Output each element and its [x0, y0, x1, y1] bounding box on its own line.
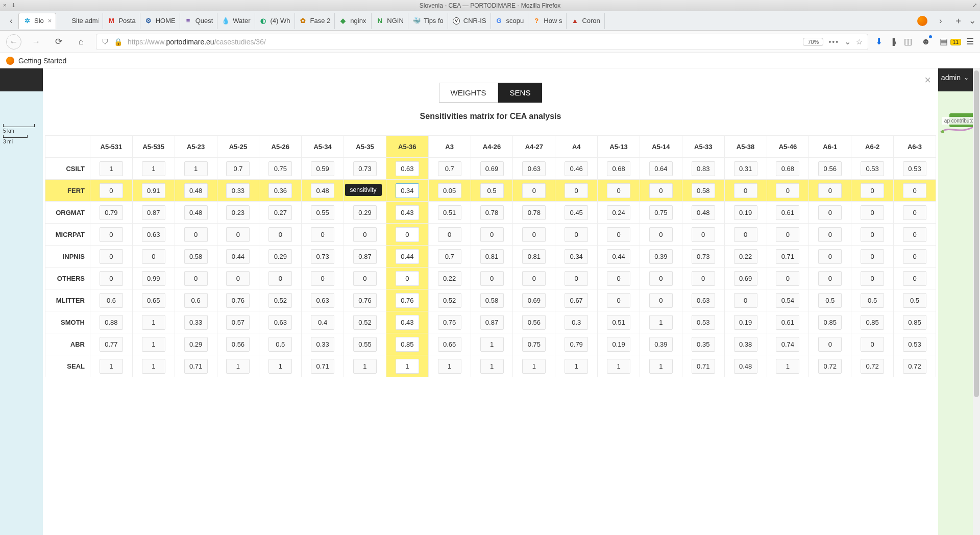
matrix-cell[interactable]: 0.46: [555, 158, 598, 180]
matrix-cell[interactable]: 0.44: [386, 246, 428, 268]
back-button[interactable]: ←: [6, 34, 21, 50]
matrix-cell[interactable]: 0.72: [894, 355, 936, 377]
bookmark-getting-started[interactable]: Getting Started: [18, 57, 66, 65]
matrix-cell[interactable]: 0.67: [555, 289, 598, 311]
browser-tab[interactable]: ?How s: [528, 13, 567, 29]
matrix-cell[interactable]: 1: [132, 333, 175, 355]
matrix-cell[interactable]: 0.76: [344, 289, 386, 311]
matrix-cell[interactable]: 0.5: [259, 333, 302, 355]
matrix-cell[interactable]: 0.71: [767, 246, 809, 268]
matrix-cell[interactable]: 0: [894, 268, 936, 289]
lock-icon[interactable]: 🔒: [114, 38, 122, 46]
matrix-cell[interactable]: 0: [598, 289, 640, 311]
matrix-cell[interactable]: 0.81: [513, 246, 555, 268]
row-header[interactable]: MLITTER: [45, 289, 90, 311]
pocket-icon[interactable]: ⌄: [844, 37, 851, 46]
matrix-cell[interactable]: 0.78: [513, 202, 555, 224]
browser-tab[interactable]: ▲Coron: [567, 13, 604, 29]
tab-weights[interactable]: WEIGHTS: [439, 83, 498, 103]
reload-button[interactable]: ⟳: [51, 34, 66, 50]
matrix-cell[interactable]: 0.53: [894, 333, 936, 355]
col-header[interactable]: A5-34: [302, 136, 344, 158]
col-header[interactable]: A5-23: [175, 136, 217, 158]
matrix-cell[interactable]: 0.59: [302, 158, 344, 180]
row-header[interactable]: ABR: [45, 333, 90, 355]
matrix-cell[interactable]: 0: [767, 268, 809, 289]
matrix-cell[interactable]: 0.68: [767, 158, 809, 180]
matrix-cell[interactable]: 0.64: [640, 158, 682, 180]
matrix-cell[interactable]: 0.7: [428, 246, 471, 268]
page-actions-icon[interactable]: •••: [828, 38, 839, 46]
matrix-cell[interactable]: 0.55: [302, 202, 344, 224]
browser-tab[interactable]: ◆nginx: [335, 13, 372, 29]
matrix-cell[interactable]: 1: [132, 311, 175, 333]
matrix-cell[interactable]: 0: [344, 268, 386, 289]
matrix-cell[interactable]: 0.75: [640, 202, 682, 224]
matrix-cell[interactable]: 0: [344, 224, 386, 246]
matrix-cell[interactable]: 0: [809, 246, 851, 268]
col-header[interactable]: A5-531: [90, 136, 133, 158]
matrix-cell[interactable]: 1: [471, 333, 513, 355]
matrix-cell[interactable]: 0: [259, 224, 302, 246]
matrix-cell[interactable]: 0.71: [175, 355, 217, 377]
modal-close-button[interactable]: ×: [924, 74, 931, 87]
matrix-cell[interactable]: 0.05: [428, 180, 471, 202]
sidebar-toggle-icon[interactable]: ◫: [904, 36, 912, 47]
matrix-cell[interactable]: 0.69: [724, 268, 767, 289]
new-tab-button[interactable]: ＋: [954, 15, 963, 27]
matrix-cell[interactable]: 1: [555, 355, 598, 377]
matrix-cell[interactable]: 0.7: [428, 158, 471, 180]
browser-tab[interactable]: ✿Fase 2: [295, 13, 335, 29]
matrix-cell[interactable]: 0.6: [175, 289, 217, 311]
matrix-cell[interactable]: 0.38: [724, 333, 767, 355]
matrix-cell[interactable]: 0.69: [471, 158, 513, 180]
matrix-cell[interactable]: 0: [809, 224, 851, 246]
matrix-cell[interactable]: 0.29: [175, 333, 217, 355]
matrix-cell[interactable]: 0.56: [809, 158, 851, 180]
matrix-cell[interactable]: 0: [809, 202, 851, 224]
matrix-cell[interactable]: 1: [471, 355, 513, 377]
matrix-cell[interactable]: 0.51: [428, 202, 471, 224]
matrix-cell[interactable]: 0.33: [302, 333, 344, 355]
matrix-cell[interactable]: 0: [640, 289, 682, 311]
col-header[interactable]: A5-46: [767, 136, 809, 158]
matrix-cell[interactable]: 0: [90, 180, 133, 202]
url-bar[interactable]: ⛉ 🔒 https://www.portodimare.eu/casestudi…: [96, 34, 868, 50]
matrix-cell[interactable]: 1: [132, 355, 175, 377]
matrix-cell[interactable]: 1: [640, 311, 682, 333]
matrix-cell[interactable]: 0: [640, 268, 682, 289]
matrix-cell[interactable]: 0.58: [471, 289, 513, 311]
matrix-cell[interactable]: 0: [851, 268, 894, 289]
matrix-cell[interactable]: 0.81: [471, 246, 513, 268]
matrix-cell[interactable]: 0: [809, 333, 851, 355]
matrix-cell[interactable]: 0.24: [598, 202, 640, 224]
matrix-cell[interactable]: 0.65: [428, 333, 471, 355]
col-header[interactable]: A6-1: [809, 136, 851, 158]
matrix-cell[interactable]: 0: [386, 224, 428, 246]
col-header[interactable]: A6-3: [894, 136, 936, 158]
matrix-cell[interactable]: 0.33: [217, 180, 259, 202]
matrix-cell[interactable]: 0.85: [386, 333, 428, 355]
matrix-cell[interactable]: 0.99: [132, 268, 175, 289]
matrix-cell[interactable]: 0.52: [344, 311, 386, 333]
matrix-cell[interactable]: 0.44: [598, 246, 640, 268]
app-menu-icon[interactable]: ☰: [966, 36, 974, 47]
matrix-cell[interactable]: 0.79: [555, 333, 598, 355]
matrix-cell[interactable]: 0.48: [302, 180, 344, 202]
matrix-cell[interactable]: 1: [217, 355, 259, 377]
matrix-cell[interactable]: 0: [428, 224, 471, 246]
matrix-cell[interactable]: 0: [598, 268, 640, 289]
col-header[interactable]: A4-26: [471, 136, 513, 158]
matrix-cell[interactable]: 0: [90, 224, 133, 246]
matrix-cell[interactable]: 0.29: [259, 246, 302, 268]
account-icon[interactable]: ☻: [921, 37, 930, 47]
matrix-cell[interactable]: 0.23: [217, 202, 259, 224]
matrix-cell[interactable]: 1: [640, 355, 682, 377]
matrix-cell[interactable]: 0: [851, 180, 894, 202]
matrix-cell[interactable]: 0.79: [90, 202, 133, 224]
matrix-cell[interactable]: 0.53: [851, 158, 894, 180]
matrix-cell[interactable]: 0.39: [640, 246, 682, 268]
col-header[interactable]: A5-13: [598, 136, 640, 158]
matrix-cell[interactable]: 1: [386, 355, 428, 377]
matrix-cell[interactable]: 0: [851, 333, 894, 355]
